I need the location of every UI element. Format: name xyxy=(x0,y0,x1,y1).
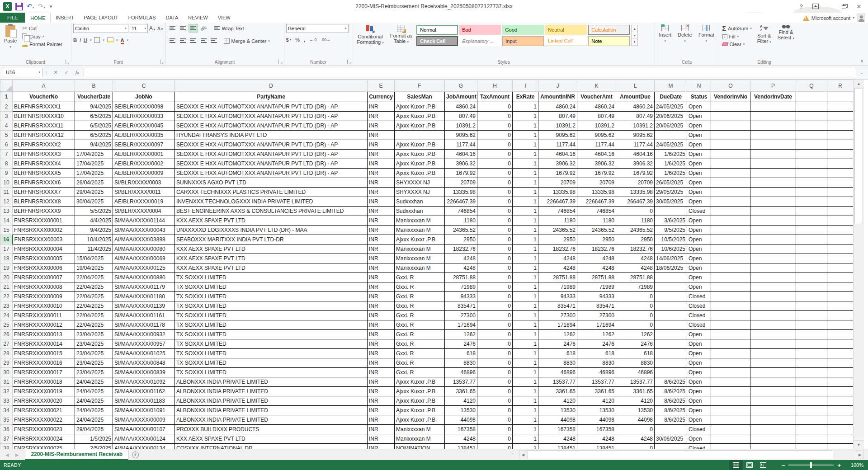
cell-J1[interactable]: AmountInINR xyxy=(538,92,577,102)
cell-Q10[interactable] xyxy=(796,178,827,188)
cell-D1[interactable]: PartyName xyxy=(175,92,368,102)
scroll-right-button[interactable]: ▶ xyxy=(856,450,864,459)
cell-L19[interactable]: 4248 xyxy=(616,263,655,273)
row-header-27[interactable]: 27 xyxy=(0,339,13,349)
cell-C3[interactable]: AE/BLR/XXXX/0033 xyxy=(113,112,175,121)
cell-N30[interactable]: Open xyxy=(687,368,711,377)
horizontal-scroll-thumb[interactable] xyxy=(528,450,833,459)
cell-I5[interactable]: 1 xyxy=(513,131,538,140)
cell-I8[interactable]: 1 xyxy=(513,159,538,169)
cell-O22[interactable] xyxy=(711,292,750,301)
cell-K15[interactable]: 24365.52 xyxy=(577,226,616,235)
cell-J32[interactable]: 3361.65 xyxy=(538,387,577,396)
cell-O9[interactable] xyxy=(711,169,750,178)
cell-A1[interactable]: VoucherNo xyxy=(13,92,75,102)
cell-E1[interactable]: Currency xyxy=(368,92,395,102)
cell-B38[interactable]: 2/5/2025 xyxy=(75,444,113,449)
cell-A5[interactable]: BLRFNRSRXXXX12 xyxy=(13,131,75,140)
cell-K17[interactable]: 18232.76 xyxy=(577,244,616,254)
cell-G36[interactable]: 167358 xyxy=(445,425,477,434)
cell-B5[interactable]: 6/5/2025 xyxy=(75,131,113,140)
cell-D18[interactable]: KXX AEXX SPAXE PVT LTD xyxy=(175,254,368,263)
cell-G37[interactable]: 4248 xyxy=(445,434,477,444)
copy-button[interactable]: Copy▾ xyxy=(21,33,64,40)
cell-K13[interactable]: 746854 xyxy=(577,207,616,216)
cell-N10[interactable]: Open xyxy=(687,178,711,188)
cell-C26[interactable]: SI/MAA/XXXX/00932 xyxy=(113,330,175,339)
cell-D7[interactable]: SEOXXX E HXX AUTOMOTXXX ANANTAPUR PVT LT… xyxy=(175,150,368,159)
cell-D28[interactable]: TX SOXXX LIMITED xyxy=(175,349,368,358)
cell-R2[interactable] xyxy=(827,102,854,112)
cell-B19[interactable]: 19/04/2025 xyxy=(75,263,113,273)
cell-D19[interactable]: KXX AEXX SPAXE PVT LTD xyxy=(175,263,368,273)
cell-A11[interactable]: BLRFNRSRXXXX7 xyxy=(13,188,75,197)
cell-K7[interactable]: 4604.16 xyxy=(577,150,616,159)
style-chip-check-cell[interactable]: Check Cell xyxy=(416,36,458,46)
cell-H5[interactable]: 0 xyxy=(477,131,513,140)
cell-I3[interactable]: 1 xyxy=(513,112,538,121)
cell-M25[interactable] xyxy=(655,320,687,330)
row-header-25[interactable]: 25 xyxy=(0,320,13,330)
cell-H14[interactable]: 0 xyxy=(477,216,513,226)
cell-F26[interactable]: Gxxi. R xyxy=(395,330,445,339)
cell-O16[interactable] xyxy=(711,235,750,244)
cell-M33[interactable]: 8/6/2025 xyxy=(655,396,687,406)
cell-H34[interactable]: 0 xyxy=(477,406,513,415)
cell-J4[interactable]: 10391.2 xyxy=(538,121,577,131)
cell-Q6[interactable] xyxy=(796,140,827,150)
row-header-28[interactable]: 28 xyxy=(0,349,13,358)
cell-K34[interactable]: 13530 xyxy=(577,406,616,415)
cell-K18[interactable]: 4248 xyxy=(577,254,616,263)
column-header-N[interactable]: N xyxy=(687,80,711,92)
row-header-26[interactable]: 26 xyxy=(0,330,13,339)
cell-R10[interactable] xyxy=(827,178,854,188)
expand-formula-bar-button[interactable]: ⌄ xyxy=(858,70,865,75)
cell-J19[interactable]: 4248 xyxy=(538,263,577,273)
cell-C37[interactable]: AI/MAA/XXXX/00124 xyxy=(113,434,175,444)
cell-C11[interactable]: SI/BLR/XXXX/0011 xyxy=(113,188,175,197)
cell-K9[interactable]: 1679.92 xyxy=(577,169,616,178)
cell-L14[interactable]: 1180 xyxy=(616,216,655,226)
cell-F2[interactable]: Ajxxx Kuxxr .P.B xyxy=(395,102,445,112)
cell-I24[interactable]: 1 xyxy=(513,311,538,320)
cell-K8[interactable]: 3906.32 xyxy=(577,159,616,169)
cell-B23[interactable]: 22/04/2025 xyxy=(75,301,113,311)
bottom-align-button[interactable] xyxy=(189,24,198,33)
align-right-button[interactable] xyxy=(189,37,198,45)
cell-C10[interactable]: SI/BLR/XXXX/0003 xyxy=(113,178,175,188)
cell-H23[interactable]: 0 xyxy=(477,301,513,311)
cell-H24[interactable]: 0 xyxy=(477,311,513,320)
cell-I22[interactable]: 1 xyxy=(513,292,538,301)
cell-K14[interactable]: 1180 xyxy=(577,216,616,226)
cell-P31[interactable] xyxy=(750,377,796,387)
cell-K38[interactable]: 138451 xyxy=(577,444,616,449)
cell-Q13[interactable] xyxy=(796,207,827,216)
cell-N28[interactable]: Open xyxy=(687,349,711,358)
cell-R21[interactable] xyxy=(827,282,854,292)
column-header-R[interactable]: R xyxy=(827,80,854,92)
format-painter-button[interactable]: Format Painter xyxy=(21,41,64,47)
cell-E27[interactable]: INR xyxy=(368,339,395,349)
italic-button[interactable]: I xyxy=(80,38,81,43)
column-header-E[interactable]: E xyxy=(368,80,395,92)
cell-O15[interactable] xyxy=(711,226,750,235)
cell-R27[interactable] xyxy=(827,339,854,349)
cell-M28[interactable] xyxy=(655,349,687,358)
row-header-22[interactable]: 22 xyxy=(0,292,13,301)
cell-O19[interactable] xyxy=(711,263,750,273)
cell-D24[interactable]: TX SOXXX LIMITED xyxy=(175,311,368,320)
scroll-down-button[interactable]: ▼ xyxy=(854,440,864,449)
cell-E7[interactable]: INR xyxy=(368,150,395,159)
cell-P9[interactable] xyxy=(750,169,796,178)
accounting-format-button[interactable]: $ xyxy=(286,37,289,42)
save-icon[interactable] xyxy=(15,3,23,10)
cell-P21[interactable] xyxy=(750,282,796,292)
cell-K2[interactable]: 4860.24 xyxy=(577,102,616,112)
gallery-more[interactable]: ⇟ xyxy=(632,39,637,46)
cell-B2[interactable]: 9/4/2025 xyxy=(75,102,113,112)
cell-A36[interactable]: FNRSRXXXX00023 xyxy=(13,425,75,434)
cell-P1[interactable]: VendorInvDate xyxy=(750,92,796,102)
cell-O21[interactable] xyxy=(711,282,750,292)
cell-N11[interactable]: Open xyxy=(687,188,711,197)
cell-L4[interactable]: 10391.2 xyxy=(616,121,655,131)
